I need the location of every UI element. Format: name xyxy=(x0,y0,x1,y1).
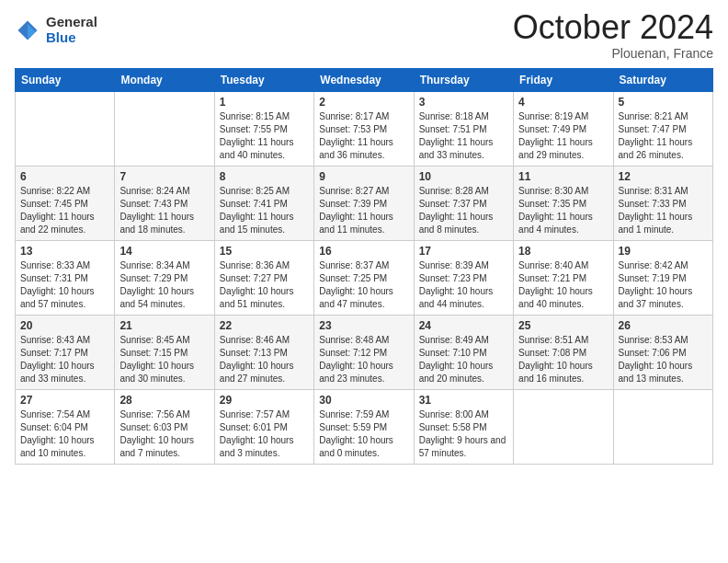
location-subtitle: Plouenan, France xyxy=(513,46,713,61)
day-info: Sunrise: 8:00 AM Sunset: 5:58 PM Dayligh… xyxy=(419,408,508,460)
table-row: 5Sunrise: 8:21 AM Sunset: 7:47 PM Daylig… xyxy=(613,91,712,166)
col-sunday: Sunday xyxy=(16,68,115,91)
day-number: 17 xyxy=(419,245,508,258)
table-row: 2Sunrise: 8:17 AM Sunset: 7:53 PM Daylig… xyxy=(314,91,414,166)
col-saturday: Saturday xyxy=(613,68,712,91)
table-row: 29Sunrise: 7:57 AM Sunset: 6:01 PM Dayli… xyxy=(214,389,313,464)
day-number: 5 xyxy=(619,96,708,109)
table-row: 15Sunrise: 8:36 AM Sunset: 7:27 PM Dayli… xyxy=(214,240,313,315)
day-info: Sunrise: 7:59 AM Sunset: 5:59 PM Dayligh… xyxy=(319,408,408,460)
day-info: Sunrise: 8:22 AM Sunset: 7:45 PM Dayligh… xyxy=(20,185,109,236)
table-row: 19Sunrise: 8:42 AM Sunset: 7:19 PM Dayli… xyxy=(613,240,712,315)
week-row-4: 20Sunrise: 8:43 AM Sunset: 7:17 PM Dayli… xyxy=(16,315,713,389)
day-info: Sunrise: 8:34 AM Sunset: 7:29 PM Dayligh… xyxy=(119,259,209,311)
day-number: 8 xyxy=(220,170,309,183)
table-row: 24Sunrise: 8:49 AM Sunset: 7:10 PM Dayli… xyxy=(414,315,513,389)
day-number: 22 xyxy=(220,319,309,332)
day-number: 7 xyxy=(119,170,209,183)
col-monday: Monday xyxy=(115,68,214,91)
table-row xyxy=(16,91,115,166)
day-info: Sunrise: 8:53 AM Sunset: 7:06 PM Dayligh… xyxy=(619,334,708,385)
day-number: 15 xyxy=(220,245,309,258)
day-number: 11 xyxy=(518,170,608,183)
col-tuesday: Tuesday xyxy=(214,68,313,91)
day-info: Sunrise: 8:46 AM Sunset: 7:13 PM Dayligh… xyxy=(220,334,309,385)
week-row-2: 6Sunrise: 8:22 AM Sunset: 7:45 PM Daylig… xyxy=(16,166,713,240)
table-row: 25Sunrise: 8:51 AM Sunset: 7:08 PM Dayli… xyxy=(514,315,613,389)
day-info: Sunrise: 8:36 AM Sunset: 7:27 PM Dayligh… xyxy=(220,259,309,311)
weekday-header-row: Sunday Monday Tuesday Wednesday Thursday… xyxy=(16,68,713,91)
logo-icon xyxy=(15,17,40,43)
table-row: 14Sunrise: 8:34 AM Sunset: 7:29 PM Dayli… xyxy=(115,240,214,315)
logo-text: General Blue xyxy=(46,15,97,45)
day-number: 18 xyxy=(518,245,608,258)
table-row: 16Sunrise: 8:37 AM Sunset: 7:25 PM Dayli… xyxy=(314,240,414,315)
title-block: October 2024 Plouenan, France xyxy=(513,9,713,61)
header: General Blue October 2024 Plouenan, Fran… xyxy=(15,9,713,61)
day-number: 31 xyxy=(419,394,508,407)
week-row-3: 13Sunrise: 8:33 AM Sunset: 7:31 PM Dayli… xyxy=(16,240,713,315)
table-row: 23Sunrise: 8:48 AM Sunset: 7:12 PM Dayli… xyxy=(314,315,414,389)
table-row: 4Sunrise: 8:19 AM Sunset: 7:49 PM Daylig… xyxy=(514,91,613,166)
day-number: 20 xyxy=(20,319,109,332)
day-number: 12 xyxy=(619,170,708,183)
day-info: Sunrise: 8:19 AM Sunset: 7:49 PM Dayligh… xyxy=(518,110,608,162)
day-info: Sunrise: 7:54 AM Sunset: 6:04 PM Dayligh… xyxy=(20,408,109,460)
col-wednesday: Wednesday xyxy=(314,68,414,91)
month-title: October 2024 xyxy=(513,9,713,46)
day-info: Sunrise: 8:42 AM Sunset: 7:19 PM Dayligh… xyxy=(619,259,708,311)
col-thursday: Thursday xyxy=(414,68,513,91)
day-info: Sunrise: 8:49 AM Sunset: 7:10 PM Dayligh… xyxy=(419,334,508,385)
day-number: 27 xyxy=(20,394,109,407)
week-row-5: 27Sunrise: 7:54 AM Sunset: 6:04 PM Dayli… xyxy=(16,389,713,464)
day-info: Sunrise: 8:27 AM Sunset: 7:39 PM Dayligh… xyxy=(319,185,408,236)
day-number: 21 xyxy=(119,319,209,332)
page: General Blue October 2024 Plouenan, Fran… xyxy=(0,0,728,563)
col-friday: Friday xyxy=(514,68,613,91)
day-number: 4 xyxy=(518,96,608,109)
table-row: 8Sunrise: 8:25 AM Sunset: 7:41 PM Daylig… xyxy=(214,166,313,240)
table-row: 1Sunrise: 8:15 AM Sunset: 7:55 PM Daylig… xyxy=(214,91,313,166)
day-number: 26 xyxy=(619,319,708,332)
day-info: Sunrise: 8:25 AM Sunset: 7:41 PM Dayligh… xyxy=(220,185,309,236)
logo-general-text: General xyxy=(46,15,97,30)
day-info: Sunrise: 7:57 AM Sunset: 6:01 PM Dayligh… xyxy=(220,408,309,460)
day-number: 28 xyxy=(119,394,209,407)
day-info: Sunrise: 8:18 AM Sunset: 7:51 PM Dayligh… xyxy=(419,110,508,162)
table-row xyxy=(613,389,712,464)
day-info: Sunrise: 8:43 AM Sunset: 7:17 PM Dayligh… xyxy=(20,334,109,385)
day-info: Sunrise: 8:31 AM Sunset: 7:33 PM Dayligh… xyxy=(619,185,708,236)
table-row: 3Sunrise: 8:18 AM Sunset: 7:51 PM Daylig… xyxy=(414,91,513,166)
day-info: Sunrise: 8:17 AM Sunset: 7:53 PM Dayligh… xyxy=(319,110,408,162)
table-row: 13Sunrise: 8:33 AM Sunset: 7:31 PM Dayli… xyxy=(16,240,115,315)
table-row: 18Sunrise: 8:40 AM Sunset: 7:21 PM Dayli… xyxy=(514,240,613,315)
day-number: 23 xyxy=(319,319,408,332)
day-info: Sunrise: 8:40 AM Sunset: 7:21 PM Dayligh… xyxy=(518,259,608,311)
day-info: Sunrise: 8:39 AM Sunset: 7:23 PM Dayligh… xyxy=(419,259,508,311)
day-info: Sunrise: 8:45 AM Sunset: 7:15 PM Dayligh… xyxy=(119,334,209,385)
day-number: 13 xyxy=(20,245,109,258)
logo-blue-text: Blue xyxy=(46,30,97,46)
logo: General Blue xyxy=(15,15,97,45)
day-number: 24 xyxy=(419,319,508,332)
day-number: 14 xyxy=(119,245,209,258)
day-number: 10 xyxy=(419,170,508,183)
day-number: 9 xyxy=(319,170,408,183)
table-row: 27Sunrise: 7:54 AM Sunset: 6:04 PM Dayli… xyxy=(16,389,115,464)
day-number: 30 xyxy=(319,394,408,407)
day-info: Sunrise: 8:33 AM Sunset: 7:31 PM Dayligh… xyxy=(20,259,109,311)
day-info: Sunrise: 8:15 AM Sunset: 7:55 PM Dayligh… xyxy=(220,110,309,162)
day-info: Sunrise: 8:28 AM Sunset: 7:37 PM Dayligh… xyxy=(419,185,508,236)
table-row: 9Sunrise: 8:27 AM Sunset: 7:39 PM Daylig… xyxy=(314,166,414,240)
day-info: Sunrise: 8:30 AM Sunset: 7:35 PM Dayligh… xyxy=(518,185,608,236)
table-row: 21Sunrise: 8:45 AM Sunset: 7:15 PM Dayli… xyxy=(115,315,214,389)
day-number: 3 xyxy=(419,96,508,109)
day-info: Sunrise: 8:51 AM Sunset: 7:08 PM Dayligh… xyxy=(518,334,608,385)
day-number: 25 xyxy=(518,319,608,332)
table-row xyxy=(115,91,214,166)
table-row: 26Sunrise: 8:53 AM Sunset: 7:06 PM Dayli… xyxy=(613,315,712,389)
table-row: 10Sunrise: 8:28 AM Sunset: 7:37 PM Dayli… xyxy=(414,166,513,240)
day-number: 1 xyxy=(220,96,309,109)
calendar-table: Sunday Monday Tuesday Wednesday Thursday… xyxy=(15,68,713,465)
table-row: 30Sunrise: 7:59 AM Sunset: 5:59 PM Dayli… xyxy=(314,389,414,464)
